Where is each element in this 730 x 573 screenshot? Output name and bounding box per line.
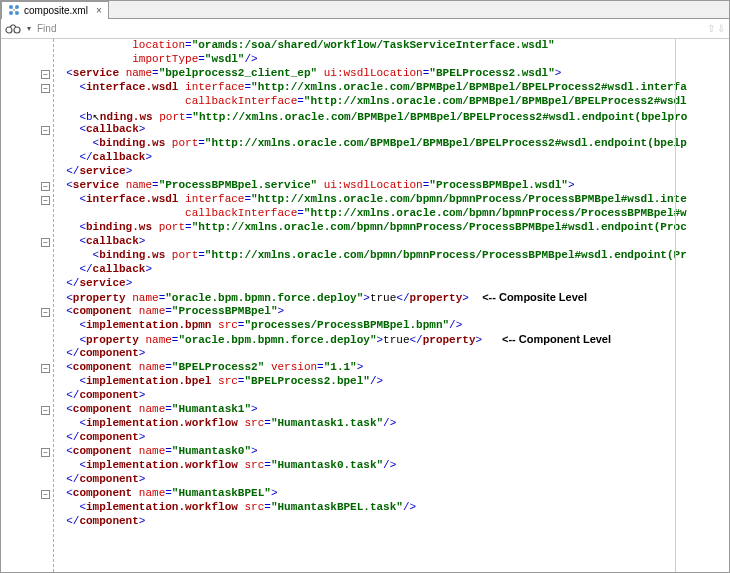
indent-guide bbox=[53, 39, 54, 572]
code-line: <component name="ProcessBPMBpel"> bbox=[53, 305, 729, 319]
svg-point-7 bbox=[14, 27, 20, 33]
code-line: <callback> bbox=[53, 123, 729, 137]
close-icon[interactable]: × bbox=[96, 5, 102, 16]
code-line: <binding.ws port="http://xmlns.oracle.co… bbox=[53, 221, 729, 235]
fold-toggle[interactable]: − bbox=[41, 238, 50, 247]
tab-bar: composite.xml × bbox=[1, 1, 729, 19]
find-next-icon[interactable]: ⇩ bbox=[717, 23, 725, 34]
code-line: </component> bbox=[53, 473, 729, 487]
xml-editor[interactable]: − − − − − − − − − − − bbox=[1, 39, 729, 572]
code-line: importType="wsdl"/> bbox=[53, 53, 729, 67]
find-placeholder[interactable]: Find bbox=[37, 23, 56, 34]
code-line: <component name="Humantask1"> bbox=[53, 403, 729, 417]
cursor-icon: ↖ bbox=[93, 110, 100, 123]
fold-toggle[interactable]: − bbox=[41, 84, 50, 93]
code-line: callbackInterface="http://xmlns.oracle.c… bbox=[53, 95, 729, 109]
fold-toggle[interactable]: − bbox=[41, 126, 50, 135]
code-line: <component name="HumantaskBPEL"> bbox=[53, 487, 729, 501]
code-line: </component> bbox=[53, 347, 729, 361]
code-line: <property name="oracle.bpm.bpmn.force.de… bbox=[53, 291, 729, 305]
code-line: <implementation.workflow src="Humantask0… bbox=[53, 459, 729, 473]
code-line: <interface.wsdl interface="http://xmlns.… bbox=[53, 81, 729, 95]
code-line: <service name="bpelprocess2_client_ep" u… bbox=[53, 67, 729, 81]
composite-icon bbox=[8, 4, 20, 16]
fold-gutter: − − − − − − − − − − − bbox=[1, 39, 53, 572]
fold-toggle[interactable]: − bbox=[41, 196, 50, 205]
fold-toggle[interactable]: − bbox=[41, 308, 50, 317]
annotation-composite: <-- Composite Level bbox=[482, 291, 587, 303]
code-line: callbackInterface="http://xmlns.oracle.c… bbox=[53, 207, 729, 221]
code-line: </component> bbox=[53, 515, 729, 529]
find-icon[interactable] bbox=[5, 22, 21, 36]
code-line: <callback> bbox=[53, 235, 729, 249]
code-line: </callback> bbox=[53, 151, 729, 165]
find-prev-icon[interactable]: ⇧ bbox=[707, 23, 715, 34]
code-line: <implementation.workflow src="HumantaskB… bbox=[53, 501, 729, 515]
code-line: <component name="BPELProcess2" version="… bbox=[53, 361, 729, 375]
fold-toggle[interactable]: − bbox=[41, 406, 50, 415]
file-tab[interactable]: composite.xml × bbox=[1, 1, 109, 19]
find-dropdown-icon[interactable]: ▾ bbox=[27, 24, 31, 33]
code-line: </component> bbox=[53, 389, 729, 403]
code-line: <binding.ws port="http://xmlns.oracle.co… bbox=[53, 137, 729, 151]
fold-toggle[interactable]: − bbox=[41, 364, 50, 373]
svg-point-6 bbox=[6, 27, 12, 33]
code-line: <component name="Humantask0"> bbox=[53, 445, 729, 459]
fold-toggle[interactable]: − bbox=[41, 490, 50, 499]
fold-toggle[interactable]: − bbox=[41, 182, 50, 191]
code-line: <property name="oracle.bpm.bpmn.force.de… bbox=[53, 333, 729, 347]
code-line: <service name="ProcessBPMBpel.service" u… bbox=[53, 179, 729, 193]
code-area[interactable]: location="oramds:/soa/shared/workflow/Ta… bbox=[53, 39, 729, 572]
find-bar: ▾ Find ⇧ ⇩ bbox=[1, 19, 729, 39]
code-line: </service> bbox=[53, 165, 729, 179]
code-line: </service> bbox=[53, 277, 729, 291]
annotation-component: <-- Component Level bbox=[502, 333, 611, 345]
code-line: </callback> bbox=[53, 263, 729, 277]
code-line: location="oramds:/soa/shared/workflow/Ta… bbox=[53, 39, 729, 53]
tab-label: composite.xml bbox=[24, 5, 88, 16]
fold-toggle[interactable]: − bbox=[41, 70, 50, 79]
code-line: <implementation.bpel src="BPELProcess2.b… bbox=[53, 375, 729, 389]
code-line: <binding.ws port="http://xmlns.oracle.co… bbox=[53, 249, 729, 263]
fold-toggle[interactable]: − bbox=[41, 448, 50, 457]
code-line: <implementation.workflow src="Humantask1… bbox=[53, 417, 729, 431]
code-line: </component> bbox=[53, 431, 729, 445]
code-line: <b↖nding.ws port="http://xmlns.oracle.co… bbox=[53, 109, 729, 123]
code-line: <implementation.bpmn src="processes/Proc… bbox=[53, 319, 729, 333]
code-line: <interface.wsdl interface="http://xmlns.… bbox=[53, 193, 729, 207]
margin-line bbox=[675, 39, 676, 572]
